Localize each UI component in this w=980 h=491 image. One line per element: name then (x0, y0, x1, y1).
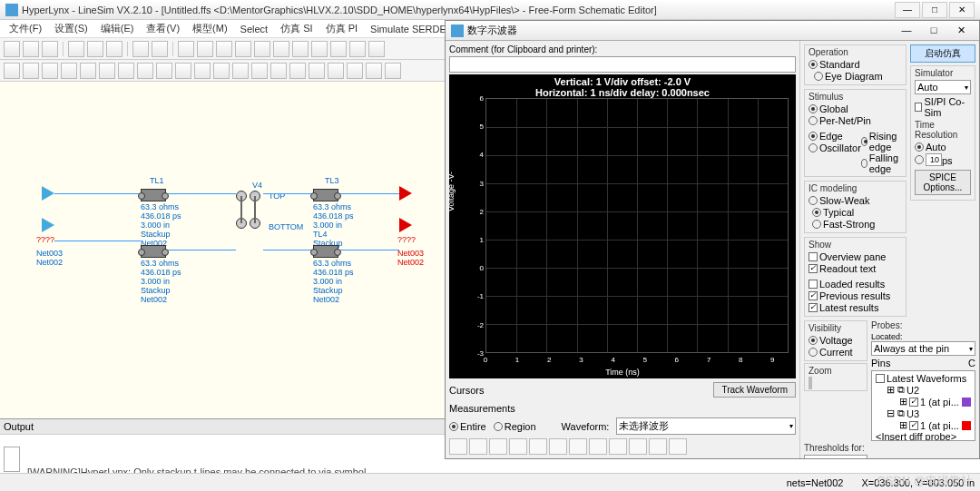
close-button[interactable]: ✕ (949, 2, 975, 18)
meas-fall-icon[interactable] (469, 438, 487, 455)
eye-diagram-radio[interactable]: Eye Diagram (814, 71, 883, 82)
tb-run-icon[interactable] (292, 41, 309, 57)
scope-titlebar[interactable]: 数字示波器 — □ ✕ (446, 21, 979, 41)
driver-u2-icon[interactable] (42, 186, 54, 201)
tb-tline-icon[interactable] (137, 63, 153, 79)
menu-view[interactable]: 查看(V) (141, 20, 185, 37)
tb-undo-icon[interactable] (132, 41, 149, 57)
menu-select[interactable]: Select (235, 22, 274, 36)
driver-u2b-icon[interactable] (42, 218, 54, 232)
pernet-radio[interactable]: Per-Net/Pin (808, 115, 871, 126)
entire-radio[interactable]: Entire (449, 421, 486, 432)
probe-location-select[interactable]: Always at the pin (871, 341, 975, 356)
tb-diode-icon[interactable] (213, 63, 230, 79)
tline-tl3[interactable] (313, 189, 338, 203)
meas-high-icon[interactable] (529, 438, 547, 455)
tb-res-icon[interactable] (80, 63, 96, 79)
tb-sp-icon[interactable] (347, 63, 363, 79)
meas-freq-icon[interactable] (589, 438, 607, 455)
run-sim-button[interactable]: 启动仿真 (910, 44, 975, 63)
readout-check[interactable]: Readout text (808, 263, 876, 274)
scope-maximize-button[interactable]: □ (921, 25, 946, 36)
standard-radio[interactable]: Standard (808, 59, 860, 70)
meas-low-icon[interactable] (549, 438, 567, 455)
cosim-check[interactable]: SI/PI Co-Sim (915, 96, 971, 118)
scope-close-button[interactable]: ✕ (948, 25, 974, 36)
tb-net-icon[interactable] (270, 63, 287, 79)
scope-plot[interactable]: Vertical: 1 V/div offset: -2.0 VHorizont… (449, 74, 796, 378)
tb-eye-icon[interactable] (328, 63, 344, 79)
meas-delay-icon[interactable] (609, 438, 627, 455)
tb-scope-icon[interactable] (235, 41, 251, 57)
meas-under-icon[interactable] (509, 438, 527, 455)
threshold-select[interactable]: All IC Pins (804, 455, 867, 458)
tb-meas-icon[interactable] (309, 63, 325, 79)
previous-check[interactable]: Previous results (808, 290, 890, 301)
tb-grid-icon[interactable] (216, 41, 232, 57)
maximize-button[interactable]: □ (922, 2, 947, 18)
tb-wave-icon[interactable] (254, 41, 270, 57)
loaded-check[interactable]: Loaded results (808, 279, 885, 290)
tb-ic-icon[interactable] (175, 63, 191, 79)
meas-div-icon[interactable] (669, 438, 687, 455)
menu-sim-pi[interactable]: 仿真 PI (320, 20, 363, 37)
tree-latest-check[interactable] (876, 374, 885, 383)
tb-paste-icon[interactable] (106, 41, 122, 57)
tb-opts-icon[interactable] (273, 41, 289, 57)
tb-bead-icon[interactable] (232, 63, 249, 79)
tb-info-icon[interactable] (349, 41, 366, 57)
scope-minimize-button[interactable]: — (894, 25, 919, 36)
simulator-select[interactable]: Auto (915, 80, 971, 94)
slow-radio[interactable]: Slow-Weak (808, 195, 869, 206)
menu-file[interactable]: 文件(F) (4, 20, 47, 37)
meas-over-icon[interactable] (489, 438, 507, 455)
tline-tl1b[interactable] (141, 245, 166, 260)
tb-cap-icon[interactable] (99, 63, 115, 79)
probe-tree[interactable]: Latest Waveforms ⊞ ⧉ U2 ⊞ 1 (at pi... ⊟ … (871, 370, 975, 441)
tb-select-icon[interactable] (23, 63, 39, 79)
minimize-button[interactable]: — (895, 2, 920, 18)
tb-via-icon[interactable] (156, 63, 172, 79)
tb-save-icon[interactable] (42, 41, 58, 57)
tb-new-icon[interactable] (4, 41, 20, 57)
tb-ind-icon[interactable] (118, 63, 134, 79)
time-val-radio[interactable]: 10 (915, 153, 942, 166)
tline-tl4[interactable] (313, 245, 338, 260)
tb-play-icon[interactable] (4, 63, 20, 79)
zoom-rect-icon[interactable] (810, 377, 812, 389)
meas-jit-icon[interactable] (649, 438, 667, 455)
tb-probe-icon[interactable] (251, 63, 268, 79)
fast-radio[interactable]: Fast-Strong (812, 219, 875, 230)
time-auto-radio[interactable]: Auto (915, 142, 946, 152)
tb-zoom-icon[interactable] (178, 41, 194, 57)
track-waveform-button[interactable]: Track Waveform (713, 382, 796, 398)
receiver-u3-icon[interactable] (399, 186, 412, 201)
edge-radio[interactable]: Edge (808, 131, 843, 142)
tb-wire-icon[interactable] (42, 63, 58, 79)
menu-edit[interactable]: 编辑(E) (95, 20, 140, 37)
menu-settings[interactable]: 设置(S) (49, 20, 93, 37)
tb-redo-icon[interactable] (152, 41, 168, 57)
voltage-radio[interactable]: Voltage (808, 335, 853, 346)
tb-gnd-icon[interactable] (61, 63, 77, 79)
typical-radio[interactable]: Typical (812, 207, 854, 218)
rising-radio[interactable]: Rising edge (861, 131, 902, 152)
spice-options-button[interactable]: SPICE Options... (915, 170, 971, 195)
meas-eye-icon[interactable] (629, 438, 647, 455)
tb-cut-icon[interactable] (68, 41, 84, 57)
menu-sim-si[interactable]: 仿真 SI (275, 20, 318, 37)
receiver-u3b-icon[interactable] (399, 218, 412, 232)
via-v4[interactable] (236, 191, 263, 231)
falling-radio[interactable]: Falling edge (861, 152, 902, 174)
oscillator-radio[interactable]: Oscillator (808, 142, 861, 153)
tb-settings-icon[interactable] (368, 41, 385, 57)
overview-check[interactable]: Overview pane (808, 251, 886, 262)
current-radio[interactable]: Current (808, 347, 853, 358)
tline-tl1[interactable] (141, 189, 166, 203)
tb-stop-icon[interactable] (311, 41, 328, 57)
tb-arrow-icon[interactable] (366, 63, 382, 79)
meas-rise-icon[interactable] (449, 438, 467, 455)
tb-conn-icon[interactable] (194, 63, 211, 79)
comment-input[interactable] (449, 56, 796, 73)
waveform-select[interactable]: 未选择波形 (616, 417, 796, 435)
